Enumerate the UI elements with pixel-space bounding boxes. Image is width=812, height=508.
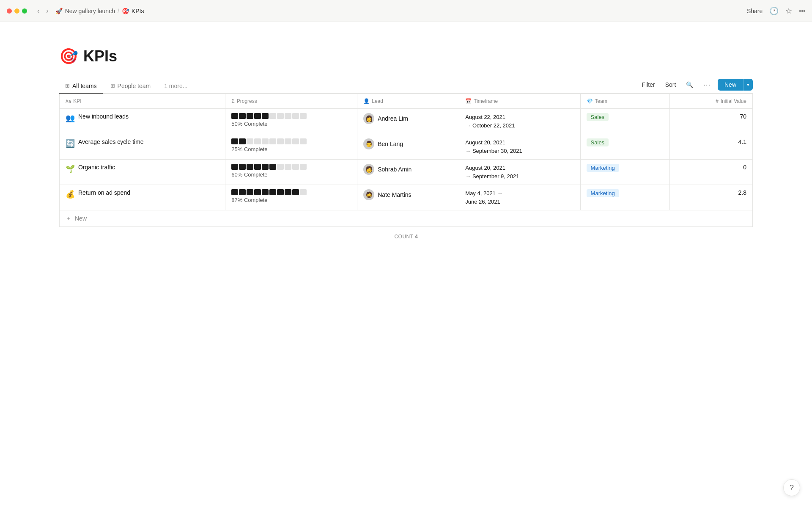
kpi-name-1[interactable]: New inbound leads — [78, 113, 129, 120]
kpi-name-4[interactable]: Return on ad spend — [78, 189, 130, 196]
titlebar: ‹ › 🚀 New gallery launch / 🎯 KPIs Share … — [0, 0, 812, 22]
close-button[interactable] — [7, 8, 12, 14]
col-lead: 👤 Lead — [357, 94, 459, 109]
col-progress-icon: Σ — [231, 98, 234, 104]
pb — [277, 189, 284, 195]
pb — [285, 189, 291, 195]
pb — [285, 138, 291, 144]
kpi-cell-2: 🔄 Average sales cycle time — [60, 134, 225, 160]
share-button[interactable]: Share — [747, 8, 763, 14]
progress-text-4: 87% Complete — [231, 197, 351, 203]
maximize-button[interactable] — [22, 8, 27, 14]
table-header: Aa KPI Σ Progress 👤 Lead — [60, 94, 752, 109]
team-cell-2: Sales — [580, 134, 669, 160]
new-button[interactable]: New — [718, 79, 743, 91]
table-row: 🌱 Organic traffic — [60, 160, 752, 185]
nav-buttons: ‹ › — [35, 6, 51, 16]
pb — [269, 189, 276, 195]
col-kpi: Aa KPI — [60, 94, 225, 109]
avatar-4: 🧔 — [363, 189, 374, 200]
add-new-row[interactable]: ＋ New — [60, 210, 752, 226]
timeframe-4: May 4, 2021 →June 26, 2021 — [465, 189, 574, 206]
breadcrumb-separator: / — [118, 8, 119, 14]
pb — [231, 189, 238, 195]
initial-value-cell-1: 70 — [669, 109, 752, 134]
initial-value-4: 2.8 — [676, 189, 746, 196]
initial-value-2: 4.1 — [676, 138, 746, 145]
col-initial-value: # Initial Value — [669, 94, 752, 109]
pb — [262, 189, 269, 195]
minimize-button[interactable] — [14, 8, 19, 14]
team-tag-3: Marketing — [587, 164, 619, 172]
lead-cell-4: 🧔 Nate Martins — [357, 185, 459, 210]
back-button[interactable]: ‹ — [35, 6, 42, 16]
pb — [262, 164, 269, 170]
timeframe-cell-1: August 22, 2021→ October 22, 2021 — [459, 109, 580, 134]
team-tag-4: Marketing — [587, 189, 619, 197]
breadcrumb: 🚀 New gallery launch / 🎯 KPIs — [55, 8, 144, 14]
pb — [231, 164, 238, 170]
sort-button[interactable]: Sort — [662, 80, 680, 90]
lead-cell-3: 🧑 Sohrab Amin — [357, 160, 459, 185]
pb — [285, 113, 291, 119]
tab-more[interactable]: 1 more... — [158, 79, 193, 93]
kpi-icon-1: 👥 — [66, 113, 75, 123]
star-icon[interactable]: ☆ — [785, 6, 792, 16]
traffic-lights — [7, 8, 27, 14]
initial-value-cell-4: 2.8 — [669, 185, 752, 210]
table-body: 👥 New inbound leads — [60, 109, 752, 210]
new-button-group: New ▾ — [718, 79, 753, 91]
pb — [292, 113, 299, 119]
kpi-cell-4: 💰 Return on ad spend — [60, 185, 225, 210]
kpi-name-3[interactable]: Organic traffic — [78, 164, 115, 171]
history-icon[interactable]: 🕐 — [769, 6, 779, 16]
pb — [277, 138, 284, 144]
team-tag-1: Sales — [587, 113, 609, 121]
kpi-table-element: Aa KPI Σ Progress 👤 Lead — [60, 94, 752, 210]
tab-all-teams[interactable]: ⊞ All teams — [59, 79, 103, 94]
pb — [247, 164, 253, 170]
more-icon[interactable]: ••• — [799, 8, 805, 14]
kpi-name-2[interactable]: Average sales cycle time — [78, 138, 144, 145]
lead-name-1: Andrea Lim — [378, 115, 408, 122]
tab-all-teams-label: All teams — [72, 83, 97, 89]
initial-value-1: 70 — [676, 113, 746, 120]
pb — [269, 138, 276, 144]
tab-people-team[interactable]: ⊞ People team — [104, 79, 157, 94]
col-lead-label: Lead — [372, 98, 383, 104]
breadcrumb-parent[interactable]: New gallery launch — [65, 8, 115, 14]
kpi-cell-1: 👥 New inbound leads — [60, 109, 225, 134]
page-title-row: 🎯 KPIs — [59, 47, 753, 65]
forward-button[interactable]: › — [44, 6, 51, 16]
lead-name-2: Ben Lang — [378, 141, 403, 147]
col-team-icon: 💎 — [587, 98, 593, 104]
new-dropdown-button[interactable]: ▾ — [743, 79, 753, 91]
search-button[interactable]: 🔍 — [683, 80, 697, 90]
tabs-left: ⊞ All teams ⊞ People team 1 more... — [59, 79, 193, 93]
filter-button[interactable]: Filter — [639, 80, 658, 90]
add-new-label: New — [75, 215, 87, 222]
lead-name-4: Nate Martins — [378, 191, 411, 198]
breadcrumb-current[interactable]: KPIs — [132, 8, 144, 14]
lead-cell-1: 👩 Andrea Lim — [357, 109, 459, 134]
table-row: 👥 New inbound leads — [60, 109, 752, 134]
kpi-icon-2: 🔄 — [66, 139, 75, 148]
col-initial-value-label: Initial Value — [721, 98, 746, 104]
col-lead-icon: 👤 — [363, 98, 370, 104]
pb — [239, 189, 246, 195]
col-timeframe-label: Timeframe — [474, 98, 498, 104]
progress-bar-1 — [231, 113, 351, 119]
pb — [254, 164, 261, 170]
kpi-table: Aa KPI Σ Progress 👤 Lead — [59, 94, 753, 227]
pb — [277, 164, 284, 170]
initial-value-cell-3: 0 — [669, 160, 752, 185]
progress-bar-2 — [231, 138, 351, 144]
initial-value-cell-2: 4.1 — [669, 134, 752, 160]
timeframe-1: August 22, 2021→ October 22, 2021 — [465, 113, 574, 130]
progress-cell-4: 87% Complete — [225, 185, 357, 210]
kpi-icon-3: 🌱 — [66, 164, 75, 174]
page-title: KPIs — [83, 47, 117, 65]
tabs-row: ⊞ All teams ⊞ People team 1 more... Filt… — [59, 79, 753, 94]
more-options-button[interactable]: ··· — [700, 80, 714, 90]
pb — [247, 138, 253, 144]
